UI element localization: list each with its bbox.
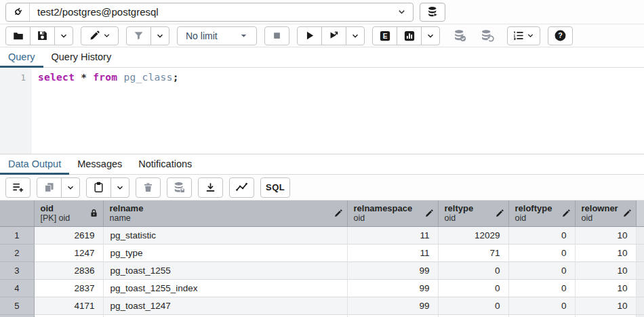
cell-reltype[interactable]: [438, 314, 508, 317]
editor-code[interactable]: select * from pg_class;: [32, 68, 644, 154]
cell-oid[interactable]: 1247: [34, 244, 103, 261]
delete-row-button[interactable]: [136, 177, 161, 198]
cell-reltype[interactable]: 12029: [438, 226, 508, 244]
copy-button[interactable]: [37, 177, 62, 198]
cell-reloftype[interactable]: 0: [508, 279, 575, 297]
cell-relowner[interactable]: 10: [575, 279, 636, 297]
cell-reloftype[interactable]: [508, 314, 575, 317]
trash-icon: [142, 182, 154, 193]
row-limit-select[interactable]: No limit: [177, 26, 257, 45]
paste-icon: [93, 182, 104, 193]
macros-button[interactable]: [507, 26, 540, 45]
cell-oid[interactable]: 2836: [34, 261, 103, 279]
save-options-dropdown[interactable]: [54, 26, 73, 45]
cell-relowner[interactable]: [575, 314, 636, 317]
query-tabbar: Query Query History: [0, 47, 644, 68]
execute-from-cursor-button[interactable]: [321, 26, 346, 45]
column-header-relnamespace[interactable]: relnamespace oid: [347, 200, 438, 226]
cell-relnamespace[interactable]: 99: [347, 297, 438, 314]
execute-options-dropdown[interactable]: [346, 26, 365, 45]
column-header-reloftype[interactable]: reloftype oid: [508, 200, 575, 226]
row-filler: [636, 244, 644, 261]
sql-editor[interactable]: 1 select * from pg_class;: [0, 68, 644, 154]
row-number[interactable]: 2: [0, 244, 34, 261]
cell-oid[interactable]: 4171: [34, 297, 103, 314]
column-header-relowner[interactable]: relowner oid: [575, 200, 636, 226]
cell-reloftype[interactable]: 0: [508, 244, 575, 261]
column-header-relname[interactable]: relname name: [103, 200, 347, 226]
cell-relname[interactable]: [103, 314, 347, 317]
cell-relnamespace[interactable]: 11: [347, 226, 438, 244]
row-number[interactable]: 5: [0, 297, 34, 314]
play-icon: [304, 30, 315, 41]
cell-relnamespace[interactable]: [347, 314, 438, 317]
explain-button[interactable]: E: [372, 26, 397, 45]
save-file-button[interactable]: [30, 26, 55, 45]
show-sql-button[interactable]: SQL: [260, 177, 290, 198]
database-commit-icon: [453, 28, 467, 43]
cell-relowner[interactable]: 10: [575, 261, 636, 279]
tab-query-history[interactable]: Query History: [43, 47, 120, 68]
column-header-reltype[interactable]: reltype oid: [438, 200, 508, 226]
connection-bar: test2/postgres@postgresql: [0, 0, 644, 24]
connection-dropdown[interactable]: test2/postgres@postgresql: [5, 3, 414, 22]
cell-reloftype[interactable]: 0: [508, 297, 575, 314]
select-all-corner[interactable]: [0, 200, 34, 226]
cell-oid[interactable]: 2837: [34, 279, 103, 297]
filter-icon: [133, 30, 144, 41]
column-header-oid[interactable]: oid [PK] oid: [34, 200, 103, 226]
cell-relname[interactable]: pg_toast_1255: [103, 261, 347, 279]
tab-messages[interactable]: Messages: [69, 154, 130, 175]
row-filler: [636, 226, 644, 244]
row-number[interactable]: 1: [0, 226, 34, 244]
cell-relname[interactable]: pg_statistic: [103, 226, 347, 244]
row-number[interactable]: [0, 314, 34, 317]
cell-relowner[interactable]: 10: [575, 297, 636, 314]
cell-relname[interactable]: pg_type: [103, 244, 347, 261]
cell-reloftype[interactable]: 0: [508, 226, 575, 244]
cell-reltype[interactable]: 71: [438, 244, 508, 261]
cell-relowner[interactable]: 10: [575, 244, 636, 261]
cell-reloftype[interactable]: 0: [508, 261, 575, 279]
filter-options-dropdown[interactable]: [150, 26, 169, 45]
copy-options-dropdown[interactable]: [61, 177, 80, 198]
edit-menu-button[interactable]: [81, 26, 119, 45]
chevron-down-icon: [115, 183, 125, 192]
ordered-list-icon: [512, 30, 524, 41]
cell-relnamespace[interactable]: 11: [347, 244, 438, 261]
row-number[interactable]: 3: [0, 261, 34, 279]
explain-analyze-button[interactable]: [397, 26, 422, 45]
graph-visualiser-button[interactable]: [229, 177, 254, 198]
execute-button[interactable]: [297, 26, 322, 45]
commit-button[interactable]: [447, 26, 472, 45]
rollback-button[interactable]: [475, 26, 500, 45]
paste-button[interactable]: [86, 177, 111, 198]
cell-relowner[interactable]: 10: [575, 226, 636, 244]
open-file-button[interactable]: [5, 26, 31, 45]
tab-notifications[interactable]: Notifications: [130, 154, 200, 175]
tab-data-output[interactable]: Data Output: [0, 154, 69, 175]
row-number[interactable]: 4: [0, 279, 34, 297]
cell-relname[interactable]: pg_toast_1247: [103, 297, 347, 314]
table-row-partial: [0, 314, 644, 317]
save-data-changes-button[interactable]: [167, 177, 192, 198]
explain-options-dropdown[interactable]: [421, 26, 440, 45]
pencil-icon: [424, 209, 434, 218]
cell-reltype[interactable]: 0: [438, 261, 508, 279]
cell-relnamespace[interactable]: 99: [347, 261, 438, 279]
add-row-button[interactable]: [5, 177, 31, 198]
new-connection-button[interactable]: [420, 3, 445, 22]
pencil-icon: [89, 30, 100, 41]
cell-reltype[interactable]: 0: [438, 297, 508, 314]
filter-button[interactable]: [126, 26, 151, 45]
cancel-query-button[interactable]: [264, 26, 289, 45]
tab-query[interactable]: Query: [0, 47, 43, 68]
cell-relnamespace[interactable]: 99: [347, 279, 438, 297]
cell-oid[interactable]: 2619: [34, 226, 103, 244]
download-results-button[interactable]: [198, 177, 223, 198]
cell-relname[interactable]: pg_toast_1255_index: [103, 279, 347, 297]
cell-reltype[interactable]: 0: [438, 279, 508, 297]
paste-options-dropdown[interactable]: [110, 177, 129, 198]
cell-oid[interactable]: [34, 314, 103, 317]
help-button[interactable]: ?: [548, 26, 573, 45]
